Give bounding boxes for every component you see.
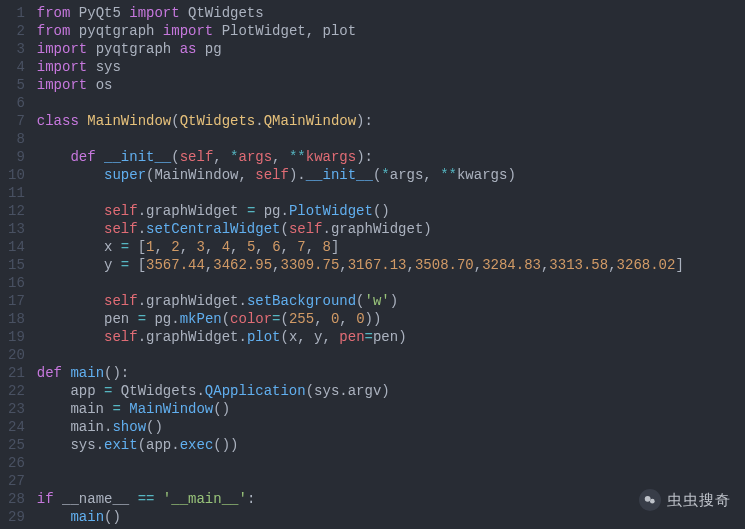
line-number: 20 [8, 346, 25, 364]
code-line[interactable]: self.graphWidget = pg.PlotWidget() [37, 202, 745, 220]
code-line[interactable]: sys.exit(app.exec()) [37, 436, 745, 454]
token-punct: ()) [213, 437, 238, 453]
token-punct: ): [356, 149, 373, 165]
code-line[interactable]: self.graphWidget.plot(x, y, pen=pen) [37, 328, 745, 346]
token-num: 3309.75 [280, 257, 339, 273]
token-id: sys [87, 59, 121, 75]
token-kw: if [37, 491, 54, 507]
line-number: 12 [8, 202, 25, 220]
token-num: 4 [222, 239, 230, 255]
code-line[interactable]: def __init__(self, *args, **kwargs): [37, 148, 745, 166]
token-punct: , [154, 239, 171, 255]
code-line[interactable]: from pyqtgraph import PlotWidget, plot [37, 22, 745, 40]
code-line[interactable]: pen = pg.mkPen(color=(255, 0, 0)) [37, 310, 745, 328]
line-number: 6 [8, 94, 25, 112]
line-number: 29 [8, 508, 25, 526]
token-str: '__main__' [163, 491, 247, 507]
token-punct: . [96, 437, 104, 453]
token-punct: . [138, 293, 146, 309]
code-line[interactable]: def main(): [37, 364, 745, 382]
line-number: 18 [8, 310, 25, 328]
token-fnname: __init__ [104, 149, 171, 165]
token-punct: , [423, 167, 440, 183]
token-num: 8 [323, 239, 331, 255]
token-punct: ( [222, 311, 230, 327]
token-op: = [112, 401, 120, 417]
token-num: 3167.13 [348, 257, 407, 273]
token-id: args [390, 167, 424, 183]
code-line[interactable]: main() [37, 508, 745, 526]
code-line[interactable] [37, 346, 745, 364]
code-line[interactable] [37, 184, 745, 202]
token-fn: setBackground [247, 293, 356, 309]
token-id: app [37, 383, 104, 399]
token-id: os [87, 77, 112, 93]
token-kw: import [129, 5, 179, 21]
code-line[interactable]: from PyQt5 import QtWidgets [37, 4, 745, 22]
line-number: 17 [8, 292, 25, 310]
token-self: self [104, 203, 138, 219]
line-number: 15 [8, 256, 25, 274]
token-punct: ] [331, 239, 339, 255]
token-punct: () [146, 419, 163, 435]
token-punct: , [323, 329, 340, 345]
code-line[interactable]: import os [37, 76, 745, 94]
token-kw: as [180, 41, 197, 57]
code-line[interactable] [37, 94, 745, 112]
code-line[interactable]: import pyqtgraph as pg [37, 40, 745, 58]
token-punct: ): [356, 113, 373, 129]
code-line[interactable]: super(MainWindow, self).__init__(*args, … [37, 166, 745, 184]
token-str: 'w' [365, 293, 390, 309]
token-op: = [365, 329, 373, 345]
line-number: 10 [8, 166, 25, 184]
token-punct: . [238, 293, 246, 309]
token-num: 3 [196, 239, 204, 255]
code-line[interactable]: main.show() [37, 418, 745, 436]
token-punct: , [608, 257, 616, 273]
token-id: QtWidgets [112, 383, 196, 399]
token-punct: ) [381, 383, 389, 399]
token-id: main [37, 419, 104, 435]
code-line[interactable]: x = [1, 2, 3, 4, 5, 6, 7, 8] [37, 238, 745, 256]
code-editor[interactable]: 1234567891011121314151617181920212223242… [0, 0, 745, 529]
code-line[interactable]: if __name__ == '__main__': [37, 490, 745, 508]
code-line[interactable] [37, 454, 745, 472]
code-line[interactable] [37, 274, 745, 292]
token-punct: ). [289, 167, 306, 183]
token-punct: ) [507, 167, 515, 183]
token-punct: . [171, 437, 179, 453]
token-punct: , [281, 239, 298, 255]
code-line[interactable] [37, 472, 745, 490]
token-punct: )) [365, 311, 382, 327]
line-number: 14 [8, 238, 25, 256]
token-id: pyqtgraph [87, 41, 179, 57]
token-fn: __init__ [306, 167, 373, 183]
token-kw: import [37, 77, 87, 93]
code-line[interactable]: y = [3567.44,3462.95,3309.75,3167.13,350… [37, 256, 745, 274]
line-number: 2 [8, 22, 25, 40]
token-punct: ( [281, 311, 289, 327]
code-line[interactable]: app = QtWidgets.QApplication(sys.argv) [37, 382, 745, 400]
token-punct: ] [675, 257, 683, 273]
line-number: 24 [8, 418, 25, 436]
code-area[interactable]: from PyQt5 import QtWidgetsfrom pyqtgrap… [37, 0, 745, 529]
token-id: pen [37, 311, 138, 327]
token-punct: ( [356, 293, 364, 309]
code-line[interactable]: main = MainWindow() [37, 400, 745, 418]
token-punct: , [255, 239, 272, 255]
code-line[interactable] [37, 130, 745, 148]
token-op: == [138, 491, 155, 507]
token-fn: plot [247, 329, 281, 345]
token-punct: . [138, 221, 146, 237]
line-number: 5 [8, 76, 25, 94]
token-kw: import [37, 59, 87, 75]
token-id: PlotWidget [213, 23, 305, 39]
code-line[interactable]: self.setCentralWidget(self.graphWidget) [37, 220, 745, 238]
code-line[interactable]: class MainWindow(QtWidgets.QMainWindow): [37, 112, 745, 130]
code-line[interactable]: self.graphWidget.setBackground('w') [37, 292, 745, 310]
line-number: 27 [8, 472, 25, 490]
code-line[interactable]: import sys [37, 58, 745, 76]
token-punct: [ [129, 257, 146, 273]
token-num: 0 [356, 311, 364, 327]
token-num: 3508.70 [415, 257, 474, 273]
